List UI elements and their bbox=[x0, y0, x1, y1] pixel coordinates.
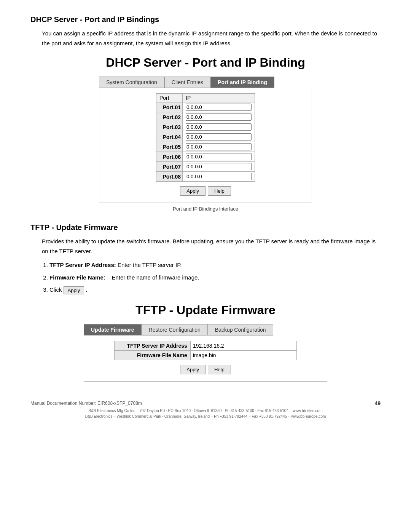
table-row: Port.06 bbox=[156, 152, 255, 162]
tftp-panel-wrap: Update Firmware Restore Configuration Ba… bbox=[30, 324, 381, 382]
table-row: Port.03 bbox=[156, 122, 255, 132]
port-ip-table: Port IP Port.01 Port.02 Port.03 Port.04 … bbox=[156, 93, 255, 182]
tftp-instructions: TFTP Server IP Address: Enter the TFTP s… bbox=[49, 260, 381, 296]
port-label: Port.03 bbox=[156, 122, 183, 132]
instruction-3-prefix: Click bbox=[49, 286, 64, 293]
instruction-1-rest: Enter the TFTP server IP. bbox=[118, 262, 182, 268]
tab-restore-configuration[interactable]: Restore Configuration bbox=[142, 324, 208, 335]
dhcp-tab-panel: System Configuration Client Entries Port… bbox=[99, 77, 312, 203]
tab-backup-configuration[interactable]: Backup Configuration bbox=[208, 324, 273, 335]
instruction-item-1: TFTP Server IP Address: Enter the TFTP s… bbox=[49, 260, 381, 271]
dhcp-caption: Port and IP Bindings interface bbox=[30, 206, 381, 212]
ip-input-2[interactable] bbox=[186, 113, 252, 121]
dhcp-page-title: DHCP Server - Port and IP Binding bbox=[30, 56, 381, 70]
table-row: Port.02 bbox=[156, 112, 255, 122]
instruction-2-bold: Firmware File Name: bbox=[49, 274, 105, 281]
ip-value[interactable] bbox=[183, 142, 255, 152]
dhcp-description: You can assign a specific IP address tha… bbox=[42, 29, 381, 48]
port-label: Port.02 bbox=[156, 112, 183, 122]
tftp-tab-spacer bbox=[273, 324, 327, 335]
form-input-0[interactable] bbox=[193, 343, 294, 349]
footer-line1: B&B Electronics Mfg Co Inc – 707 Dayton … bbox=[30, 408, 381, 414]
tftp-content-area: TFTP Server IP Address Firmware File Nam… bbox=[84, 335, 327, 382]
footer-sub: B&B Electronics Mfg Co Inc – 707 Dayton … bbox=[30, 408, 381, 419]
tftp-section: TFTP - Update Firmware Provides the abil… bbox=[30, 223, 381, 382]
ip-input-3[interactable] bbox=[186, 123, 252, 131]
port-label: Port.07 bbox=[156, 162, 183, 172]
ip-input-6[interactable] bbox=[186, 153, 252, 160]
port-label: Port.01 bbox=[156, 102, 183, 112]
tftp-form-table: TFTP Server IP Address Firmware File Nam… bbox=[114, 341, 297, 360]
table-row: Port.04 bbox=[156, 132, 255, 142]
tftp-form-row: Firmware File Name bbox=[115, 350, 297, 360]
footer-doc-number: Manual Documentation Number: EIR608-xSFP… bbox=[30, 401, 142, 406]
ip-value[interactable] bbox=[183, 102, 255, 112]
form-value-1[interactable] bbox=[190, 350, 296, 360]
footer-main: Manual Documentation Number: EIR608-xSFP… bbox=[30, 400, 381, 406]
tab-port-ip-binding[interactable]: Port and IP Binding bbox=[210, 77, 274, 88]
table-row: Port.01 bbox=[156, 102, 255, 112]
tftp-form-row: TFTP Server IP Address bbox=[115, 341, 297, 350]
tftp-inline-apply-button[interactable]: Apply bbox=[64, 286, 84, 294]
table-row: Port.05 bbox=[156, 142, 255, 152]
tab-client-entries[interactable]: Client Entries bbox=[164, 77, 210, 88]
instruction-item-2: Firmware File Name: Enter the name of fi… bbox=[49, 272, 381, 283]
ip-input-7[interactable] bbox=[186, 163, 252, 170]
dhcp-section: DHCP Server - Port and IP Bindings You c… bbox=[30, 15, 381, 212]
port-label: Port.08 bbox=[156, 172, 183, 182]
dhcp-button-row: Apply Help bbox=[107, 186, 304, 196]
tftp-section-title: TFTP - Update Firmware bbox=[30, 223, 381, 232]
dhcp-apply-button[interactable]: Apply bbox=[180, 186, 206, 196]
footer-page-number: 49 bbox=[374, 400, 381, 406]
form-value-0[interactable] bbox=[190, 341, 296, 350]
dhcp-tab-bar: System Configuration Client Entries Port… bbox=[99, 77, 312, 88]
col-header-ip: IP bbox=[183, 94, 255, 102]
ip-value[interactable] bbox=[183, 162, 255, 172]
ip-input-8[interactable] bbox=[186, 173, 252, 180]
footer-line2: B&B Electronics – Westlink Commercial Pa… bbox=[30, 414, 381, 419]
port-label: Port.06 bbox=[156, 152, 183, 162]
ip-value[interactable] bbox=[183, 112, 255, 122]
ip-input-4[interactable] bbox=[186, 133, 252, 141]
footer-separator bbox=[30, 397, 381, 397]
dhcp-section-title: DHCP Server - Port and IP Bindings bbox=[30, 15, 381, 24]
col-header-port: Port bbox=[156, 94, 183, 102]
ip-input-5[interactable] bbox=[186, 143, 252, 150]
instruction-1-bold: TFTP Server IP Address: bbox=[49, 262, 116, 268]
instruction-3-suffix: . bbox=[86, 286, 87, 293]
table-row: Port.07 bbox=[156, 162, 255, 172]
tftp-tab-bar: Update Firmware Restore Configuration Ba… bbox=[84, 324, 327, 335]
form-input-1[interactable] bbox=[193, 352, 294, 358]
port-label: Port.05 bbox=[156, 142, 183, 152]
tftp-apply-button[interactable]: Apply bbox=[180, 365, 206, 374]
tftp-description: Provides the ability to update the switc… bbox=[42, 236, 381, 256]
instruction-2-rest: Enter the name of firmware image. bbox=[107, 274, 199, 281]
tftp-tab-panel: Update Firmware Restore Configuration Ba… bbox=[84, 324, 327, 382]
ip-input-1[interactable] bbox=[186, 104, 252, 111]
tab-update-firmware[interactable]: Update Firmware bbox=[84, 324, 142, 335]
dhcp-help-button[interactable]: Help bbox=[208, 186, 231, 196]
tab-spacer bbox=[274, 77, 312, 88]
ip-value[interactable] bbox=[183, 172, 255, 182]
form-label-0: TFTP Server IP Address bbox=[115, 341, 191, 350]
tftp-help-button[interactable]: Help bbox=[208, 365, 231, 374]
ip-value[interactable] bbox=[183, 132, 255, 142]
tab-system-configuration[interactable]: System Configuration bbox=[99, 77, 164, 88]
ip-value[interactable] bbox=[183, 152, 255, 162]
form-label-1: Firmware File Name bbox=[115, 350, 191, 360]
ip-value[interactable] bbox=[183, 122, 255, 132]
dhcp-panel-wrap: System Configuration Client Entries Port… bbox=[30, 77, 381, 203]
port-label: Port.04 bbox=[156, 132, 183, 142]
dhcp-content-area: Port IP Port.01 Port.02 Port.03 Port.04 … bbox=[99, 88, 312, 203]
tftp-page-title: TFTP - Update Firmware bbox=[30, 303, 381, 317]
table-row: Port.08 bbox=[156, 172, 255, 182]
instruction-item-3: Click Apply . bbox=[49, 284, 381, 296]
tftp-button-row: Apply Help bbox=[92, 365, 319, 374]
